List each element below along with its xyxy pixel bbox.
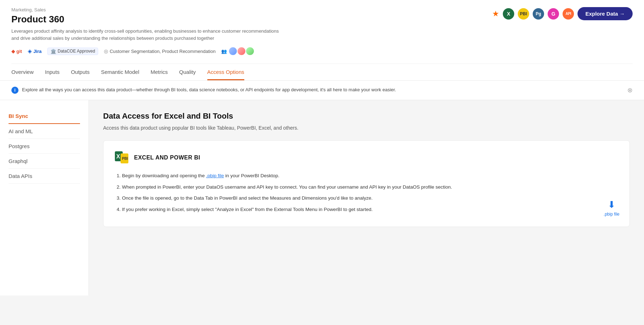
sidebar: BI Sync AI and ML Postgres Graphql Data … [0, 100, 89, 296]
info-close-button[interactable]: ⊗ [627, 86, 633, 94]
sidebar-item-bi-sync[interactable]: BI Sync [9, 109, 80, 124]
powerbi-icon[interactable]: PBI [518, 8, 529, 20]
step-4: If you prefer working in Excel, simply s… [122, 206, 618, 213]
section-description: Access this data product using popular B… [103, 124, 630, 132]
tab-outputs[interactable]: Outputs [71, 64, 90, 80]
step-2: When prompted in PowerBI, enter your Dat… [122, 183, 618, 191]
card-steps-list: Begin by downloading and opening the .pb… [115, 172, 618, 213]
persons-icon: 👥 [221, 49, 227, 54]
domains-tag: ◎ Customer Segmentation, Product Recomme… [104, 48, 215, 54]
sidebar-item-graphql[interactable]: Graphql [9, 154, 80, 169]
main-content: BI Sync AI and ML Postgres Graphql Data … [0, 100, 644, 296]
graphql-icon[interactable]: G [548, 8, 559, 20]
card-title: EXCEL AND POWER BI [134, 155, 200, 161]
page-wrapper: Marketing, Sales Product 360 Leverages p… [0, 0, 644, 325]
favorite-icon[interactable]: ★ [492, 9, 499, 18]
tag-git[interactable]: ◆ git [11, 49, 22, 54]
domains-icon: ◎ [104, 48, 108, 54]
excel-icon[interactable]: X [503, 8, 514, 20]
api-icon[interactable]: API [563, 8, 574, 20]
tab-access-options[interactable]: Access Options [207, 64, 244, 80]
step-3: Once the file is opened, go to the Data … [122, 194, 618, 202]
download-label: .pbip file [603, 212, 619, 217]
content-area: Data Access for Excel and BI Tools Acces… [89, 100, 644, 296]
avatars-group: 👥 [221, 47, 255, 56]
step-1: Begin by downloading and opening the .pb… [122, 172, 618, 180]
tab-metrics[interactable]: Metrics [150, 64, 167, 80]
header-description: Leverages product affinity analysis to i… [11, 28, 282, 42]
info-banner: i Explore all the ways you can access th… [0, 81, 644, 100]
svg-text:X: X [116, 153, 120, 159]
header-actions: ★ X PBI Pg G API Explore Data → [492, 7, 633, 20]
datacoe-label: DataCOE Approved [58, 49, 95, 54]
excel-powerbi-icon: X PBI [115, 151, 129, 165]
excel-powerbi-svg: X PBI [115, 151, 129, 165]
download-pbip-button[interactable]: ⬇ .pbip file [603, 199, 619, 217]
git-diamond-icon: ◆ [11, 49, 15, 54]
excel-powerbi-card: X PBI EXCEL AND POWER BI Begin by downlo… [103, 140, 630, 227]
avatar-2 [237, 47, 246, 56]
sidebar-item-data-apis[interactable]: Data APIs [9, 169, 80, 184]
avatar-list [228, 47, 255, 56]
header-top: Marketing, Sales Product 360 Leverages p… [11, 7, 633, 61]
git-label: git [16, 49, 22, 54]
header-left: Marketing, Sales Product 360 Leverages p… [11, 7, 282, 61]
jira-label: Jira [33, 49, 42, 54]
info-banner-text: Explore all the ways you can access this… [22, 86, 624, 94]
header: Marketing, Sales Product 360 Leverages p… [0, 0, 644, 81]
tab-semantic-model[interactable]: Semantic Model [101, 64, 139, 80]
card-header: X PBI EXCEL AND POWER BI [115, 151, 618, 165]
tab-quality[interactable]: Quality [179, 64, 196, 80]
tab-inputs[interactable]: Inputs [45, 64, 60, 80]
nav-tabs: Overview Inputs Outputs Semantic Model M… [11, 64, 633, 80]
avatar-3 [245, 47, 255, 56]
domains-label: Customer Segmentation, Product Recommend… [110, 49, 215, 54]
jira-icon: ◈ [28, 48, 32, 54]
postgres-icon[interactable]: Pg [533, 8, 544, 20]
explore-data-button[interactable]: Explore Data → [578, 7, 633, 20]
sidebar-item-postgres[interactable]: Postgres [9, 139, 80, 154]
tab-overview[interactable]: Overview [11, 64, 34, 80]
svg-text:PBI: PBI [122, 157, 128, 161]
section-title: Data Access for Excel and BI Tools [103, 112, 630, 121]
datacoe-icon: 🏛️ [50, 49, 56, 54]
header-tags: ◆ git ◈ Jira 🏛️ DataCOE Approved [11, 47, 282, 56]
tag-jira[interactable]: ◈ Jira [28, 48, 42, 54]
datacoe-badge: 🏛️ DataCOE Approved [47, 48, 98, 55]
page-title: Product 360 [11, 14, 282, 25]
sidebar-item-ai-ml[interactable]: AI and ML [9, 124, 80, 139]
avatar-1 [228, 47, 238, 56]
download-icon: ⬇ [608, 199, 616, 210]
info-icon: i [11, 87, 18, 94]
pbip-file-link-1[interactable]: .pbip file [206, 173, 224, 178]
header-meta: Marketing, Sales [11, 7, 282, 12]
